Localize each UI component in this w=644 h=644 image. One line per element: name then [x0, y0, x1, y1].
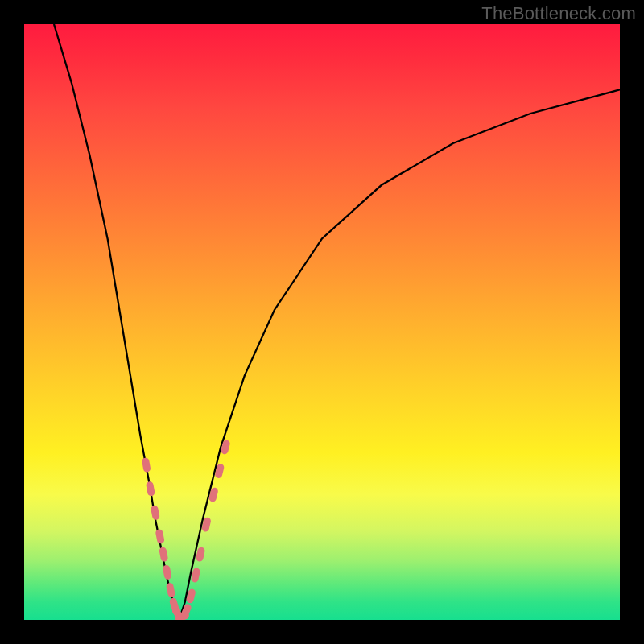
- marker-point: [151, 505, 160, 520]
- marker-point: [162, 564, 171, 580]
- marker-point: [146, 481, 155, 497]
- plot-area: [24, 24, 620, 620]
- marker-point: [159, 547, 168, 562]
- marker-point: [155, 529, 165, 544]
- marker-point: [142, 457, 151, 473]
- marker-point: [166, 582, 176, 598]
- watermark-text: TheBottleneck.com: [481, 3, 636, 24]
- curve-svg: [24, 24, 620, 620]
- chart-frame: TheBottleneck.com: [0, 0, 644, 644]
- right-branch-path: [179, 89, 620, 620]
